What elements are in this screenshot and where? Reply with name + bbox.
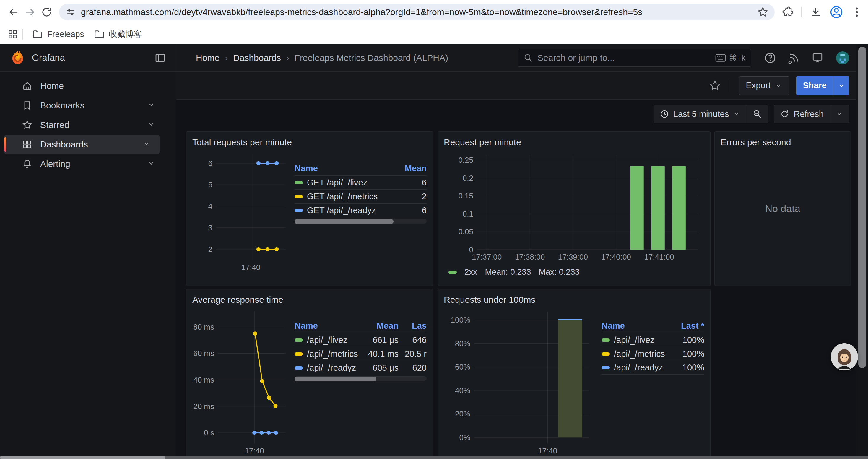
col-name[interactable]: Name — [294, 321, 360, 331]
legend-series[interactable]: 2xx — [464, 267, 477, 277]
col-last[interactable]: Las — [399, 321, 427, 331]
request-per-minute-chart[interactable]: 00.050.10.150.20.2517:37:0017:38:0017:39… — [444, 150, 704, 266]
favorite-star-icon[interactable] — [709, 79, 721, 92]
panel-request-per-minute[interactable]: Request per minute 00.050.10.150.20.2517… — [438, 131, 711, 286]
address-bar[interactable]: grafana.mathmast.com/d/deytv4rwavabkb/fr… — [59, 4, 775, 21]
legend-max: Max: 0.233 — [538, 267, 580, 277]
search-input[interactable]: Search or jump to... ⌘+k — [518, 49, 751, 67]
series-swatch[interactable] — [294, 209, 303, 212]
table-row[interactable]: /api/_/readyz 605 µs 620 — [294, 361, 427, 374]
site-settings-icon[interactable] — [65, 6, 76, 18]
horizontal-scrollbar-thumb[interactable] — [0, 456, 165, 459]
profile-avatar-icon[interactable] — [830, 5, 843, 19]
help-icon[interactable] — [764, 52, 776, 64]
user-avatar[interactable] — [835, 50, 850, 66]
refresh-interval-button[interactable] — [830, 105, 849, 123]
assistant-avatar-widget[interactable] — [831, 343, 858, 370]
series-swatch[interactable] — [601, 338, 610, 342]
vertical-scrollbar-thumb[interactable] — [858, 47, 866, 368]
downloads-icon[interactable] — [809, 6, 822, 18]
browser-back-button[interactable] — [5, 4, 22, 21]
bookmark-star-icon[interactable] — [757, 6, 769, 18]
series-swatch[interactable] — [294, 366, 303, 369]
series-swatch[interactable] — [294, 352, 303, 356]
axis-tick-label: 17:41:00 — [644, 253, 674, 261]
bookmark-icon — [22, 100, 32, 111]
breadcrumb-home[interactable]: Home — [196, 53, 219, 63]
chevron-down-icon[interactable] — [147, 120, 155, 130]
sidebar-item-label: Alerting — [40, 159, 147, 169]
news-icon[interactable] — [788, 52, 800, 64]
sidebar-item-alerting[interactable]: Alerting — [4, 155, 164, 173]
grafana-logo[interactable] — [10, 50, 25, 66]
table-row[interactable]: /api/_/livez 100% — [601, 333, 704, 347]
monitor-icon[interactable] — [811, 52, 824, 64]
series-swatch[interactable] — [448, 270, 457, 274]
series-swatch[interactable] — [601, 366, 610, 369]
chevron-down-icon[interactable] — [147, 101, 155, 110]
table-row[interactable]: GET /api/_/metrics 2 — [294, 189, 427, 203]
axis-tick-label: 40% — [455, 386, 470, 395]
table-row[interactable]: /api/_/metrics 100% — [601, 347, 704, 361]
bookmark-folder-blogs[interactable]: 收藏博客 — [89, 26, 147, 42]
sidebar-item-dashboards[interactable]: Dashboards — [4, 135, 159, 154]
chevron-down-icon — [775, 82, 782, 90]
col-name[interactable]: Name — [294, 164, 394, 173]
axis-tick-label: 17:37:00 — [472, 253, 502, 261]
export-button[interactable]: Export — [739, 76, 789, 95]
browser-forward-button[interactable] — [22, 4, 38, 21]
share-menu-button[interactable] — [833, 76, 849, 95]
table-row[interactable]: /api/_/livez 661 µs 646 — [294, 333, 427, 347]
apps-grid-icon[interactable] — [7, 29, 18, 40]
series-swatch[interactable] — [294, 181, 303, 184]
axis-tick-label: 17:38:00 — [515, 253, 545, 261]
series-swatch[interactable] — [294, 338, 303, 342]
panel-avg-response-time[interactable]: Average response time 80 ms60 ms40 ms20 … — [186, 289, 433, 459]
col-mean[interactable]: Mean — [394, 164, 427, 173]
browser-reload-button[interactable] — [38, 4, 55, 21]
toolbar-divider — [801, 7, 802, 18]
total-requests-legend-table: Name Mean GET /api/_/livez 6 GET /api/_/… — [294, 161, 427, 273]
refresh-button[interactable]: Refresh — [774, 105, 830, 123]
series-swatch[interactable] — [294, 195, 303, 198]
app-header-left: Grafana — [0, 44, 176, 71]
col-last[interactable]: Last * — [672, 321, 704, 331]
collapse-menu-icon[interactable] — [154, 52, 166, 64]
sidebar-item-bookmarks[interactable]: Bookmarks — [4, 96, 164, 115]
url-text[interactable]: grafana.mathmast.com/d/deytv4rwavabkb/fr… — [81, 7, 757, 17]
time-picker-group: Last 5 minutes — [653, 105, 769, 123]
horizontal-scrollbar[interactable] — [0, 456, 868, 459]
sidebar-item-home[interactable]: Home — [4, 76, 164, 95]
col-name[interactable]: Name — [601, 321, 672, 331]
axis-tick-label: 40 ms — [193, 375, 214, 384]
bookmark-folder-freeleaps[interactable]: Freeleaps — [27, 26, 89, 42]
table-scrollbar[interactable] — [294, 219, 427, 224]
share-button[interactable]: Share — [796, 76, 833, 95]
breadcrumb-dashboards[interactable]: Dashboards — [233, 53, 281, 63]
table-row[interactable]: GET /api/_/readyz 6 — [294, 203, 427, 217]
sidebar-item-starred[interactable]: Starred — [4, 116, 164, 134]
browser-menu-icon[interactable] — [851, 6, 863, 18]
col-mean[interactable]: Mean — [360, 321, 399, 331]
panel-total-requests[interactable]: Total requests per minute 6543217:40 Nam… — [186, 131, 433, 286]
table-row[interactable]: /api/_/metrics 40.1 ms 20.5 r — [294, 347, 427, 361]
avg-response-chart[interactable]: 80 ms60 ms40 ms20 ms0 s17:40 — [192, 307, 290, 458]
vertical-scrollbar[interactable] — [856, 44, 868, 459]
series-swatch[interactable] — [601, 352, 610, 356]
table-row[interactable]: GET /api/_/livez 6 — [294, 175, 427, 189]
axis-tick-label: 0.2 — [463, 174, 473, 183]
chevron-down-icon[interactable] — [143, 140, 151, 149]
axis-tick-label: 6 — [208, 159, 212, 168]
zoom-out-button[interactable] — [746, 105, 768, 123]
total-requests-chart[interactable]: 6543217:40 — [192, 150, 290, 273]
table-row[interactable]: /api/_/readyz 100% — [601, 361, 704, 374]
panel-requests-under-100ms[interactable]: Requests under 100ms 100%80%60%40%20%0%1… — [438, 289, 711, 459]
dashboards-icon — [22, 139, 32, 150]
panel-errors-per-second[interactable]: Errors per second No data — [714, 131, 851, 286]
axis-tick-label: 17:40 — [245, 446, 264, 455]
time-range-picker[interactable]: Last 5 minutes — [654, 105, 746, 123]
table-scrollbar[interactable] — [294, 376, 427, 381]
under-100ms-chart[interactable]: 100%80%60%40%20%0%17:40 — [444, 307, 594, 458]
chevron-down-icon[interactable] — [147, 159, 155, 169]
extensions-icon[interactable] — [781, 6, 794, 18]
